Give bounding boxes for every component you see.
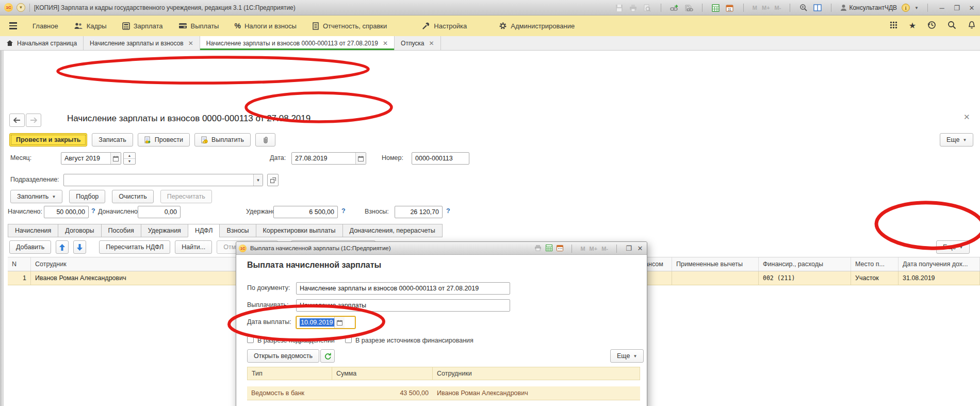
by-funding-sources-label[interactable]: В разрезе источников финансирования — [355, 337, 473, 344]
search-icon[interactable] — [948, 21, 956, 31]
extra-accrued-input[interactable]: 0,00 — [138, 206, 181, 218]
go-to-link-icon[interactable] — [670, 3, 679, 12]
tab-home[interactable]: Начальная страница — [0, 36, 84, 50]
calendar-icon[interactable] — [557, 245, 563, 252]
move-down-button[interactable] — [73, 240, 86, 254]
department-input[interactable]: ▼ — [63, 174, 263, 186]
close-dialog-button[interactable]: ✕ — [636, 245, 644, 252]
favorites-star-icon[interactable]: ★ — [909, 22, 916, 30]
accrued-input[interactable]: 50 000,00 — [44, 206, 89, 218]
month-stepper[interactable]: ▲▼ — [123, 152, 136, 165]
minimize-button[interactable]: ─ — [937, 4, 947, 12]
attachments-button[interactable] — [255, 133, 275, 147]
hamburger-menu-icon[interactable] — [9, 22, 17, 29]
menu-item-nastroyka[interactable]: Настройка — [422, 22, 467, 30]
col-financing[interactable]: Финансир., расходы — [759, 257, 851, 271]
contributions-input[interactable]: 26 120,70 — [395, 206, 443, 218]
back-button[interactable] — [9, 113, 25, 127]
menu-item-nalogi[interactable]: % Налоги и взносы — [234, 22, 297, 30]
tab-ndfl[interactable]: НДФЛ — [188, 224, 220, 237]
calculator-tool-icon[interactable] — [711, 3, 721, 12]
dialog-more-button[interactable]: Еще▼ — [610, 349, 644, 363]
memory-m-minus-button[interactable]: M- — [601, 246, 608, 252]
history-icon[interactable] — [927, 21, 936, 31]
all-functions-grid-icon[interactable] — [890, 21, 897, 30]
col-income-date[interactable]: Дата получения дох... — [899, 257, 980, 271]
tab-nachisleniya[interactable]: Начисления — [8, 224, 58, 237]
col-n[interactable]: N — [8, 257, 31, 271]
tab-donachisleniya[interactable]: Доначисления, перерасчеты — [342, 224, 443, 237]
fill-button[interactable]: Заполнить▼ — [10, 190, 62, 203]
col-employees[interactable]: Сотрудники — [433, 367, 640, 380]
tab-posobiya[interactable]: Пособия — [101, 224, 141, 237]
close-icon[interactable]: ✕ — [429, 40, 434, 47]
menu-item-vyplaty[interactable]: Выплаты — [178, 22, 219, 30]
step-down-icon[interactable]: ▼ — [124, 159, 135, 165]
memory-m-button[interactable]: M — [580, 246, 585, 252]
recalculate-button[interactable]: Пересчитать — [160, 190, 212, 203]
menu-item-main[interactable]: Главное — [32, 22, 58, 30]
save-button[interactable]: Записать — [92, 133, 133, 147]
post-button[interactable]: Провести — [138, 133, 190, 147]
col-deductions[interactable]: Примененные вычеты — [672, 257, 759, 271]
document-more-button[interactable]: Еще▼ — [940, 133, 973, 147]
close-icon[interactable]: ✕ — [188, 40, 193, 47]
memory-m-plus-button[interactable]: M+ — [762, 5, 770, 11]
print-icon[interactable] — [534, 245, 542, 252]
by-document-input[interactable]: Начисление зарплаты и взносов 0000-00011… — [296, 282, 510, 295]
help-icon[interactable]: ? — [341, 207, 346, 215]
by-departments-checkbox[interactable] — [247, 336, 254, 343]
table-more-button[interactable]: Еще▼ — [936, 240, 970, 254]
number-input[interactable]: 0000-000113 — [412, 152, 469, 165]
date-input[interactable]: 27.08.2019 — [291, 152, 366, 165]
tab-dogovory[interactable]: Договоры — [58, 224, 101, 237]
post-and-close-button[interactable]: Провести и закрыть — [9, 133, 87, 147]
memory-m-minus-button[interactable]: M- — [775, 5, 781, 11]
tab-accrual-list[interactable]: Начисление зарплаты и взносов ✕ — [84, 36, 200, 50]
tab-accrual-document[interactable]: Начисление зарплаты и взносов 0000-00011… — [200, 36, 395, 50]
pay-button[interactable]: Выплатить — [194, 133, 251, 147]
statement-row[interactable]: Ведомость в банк 43 500,00 Иванов Роман … — [247, 386, 640, 400]
help-icon[interactable]: ? — [446, 207, 450, 215]
calendar-icon[interactable] — [355, 153, 366, 164]
help-icon[interactable]: ? — [91, 207, 95, 215]
recalc-ndfl-button[interactable]: Пересчитать НДФЛ — [99, 240, 170, 254]
chevron-down-icon[interactable]: ▼ — [914, 6, 919, 10]
payment-date-input[interactable]: 10.09.2019 — [296, 316, 355, 329]
menu-item-kadry[interactable]: Кадры — [74, 22, 107, 30]
withheld-input[interactable]: 6 500,00 — [273, 206, 338, 218]
col-amount[interactable]: Сумма — [332, 367, 433, 380]
open-department-button[interactable] — [267, 174, 279, 186]
by-departments-label[interactable]: В разрезе подразделений — [257, 337, 335, 344]
calendar-icon[interactable] — [334, 317, 345, 328]
close-form-icon[interactable]: ✕ — [963, 112, 970, 122]
close-icon[interactable]: ✕ — [383, 40, 388, 47]
tab-otpuska[interactable]: Отпуска ✕ — [395, 36, 440, 50]
by-funding-sources-checkbox[interactable] — [345, 336, 352, 343]
find-button[interactable]: Найти... — [175, 240, 212, 254]
tab-korrektirovki[interactable]: Корректировки выплаты — [256, 224, 342, 237]
tab-vznosy[interactable]: Взносы — [219, 224, 255, 237]
col-place[interactable]: Место п... — [851, 257, 899, 271]
move-up-button[interactable] — [56, 240, 69, 254]
tab-uderzhaniya[interactable]: Удержания — [141, 224, 188, 237]
close-window-button[interactable]: ✕ — [967, 4, 977, 12]
memory-m-button[interactable]: M — [753, 5, 757, 11]
get-link-icon[interactable] — [684, 3, 693, 12]
menu-item-otchetnost[interactable]: Отчетность, справки — [312, 22, 387, 30]
chevron-down-icon[interactable]: ▼ — [253, 174, 263, 186]
open-statement-button[interactable]: Открыть ведомость — [247, 349, 319, 363]
export-table-icon[interactable] — [546, 245, 552, 252]
step-up-icon[interactable]: ▲ — [124, 153, 135, 159]
restore-button[interactable]: ❐ — [952, 4, 962, 12]
notifications-bell-icon[interactable] — [968, 21, 976, 31]
current-user[interactable]: КонсультантЧДВ — [840, 4, 897, 11]
refresh-button[interactable] — [320, 349, 335, 363]
pay-what-input[interactable]: Начисление зарплаты — [296, 299, 510, 312]
zoom-tool-icon[interactable] — [799, 3, 808, 12]
info-icon[interactable]: i — [902, 4, 910, 12]
forward-button[interactable] — [26, 113, 41, 127]
pick-button[interactable]: Подбор — [69, 190, 105, 203]
add-row-button[interactable]: Добавить — [9, 240, 51, 254]
clear-button[interactable]: Очистить — [112, 190, 153, 203]
